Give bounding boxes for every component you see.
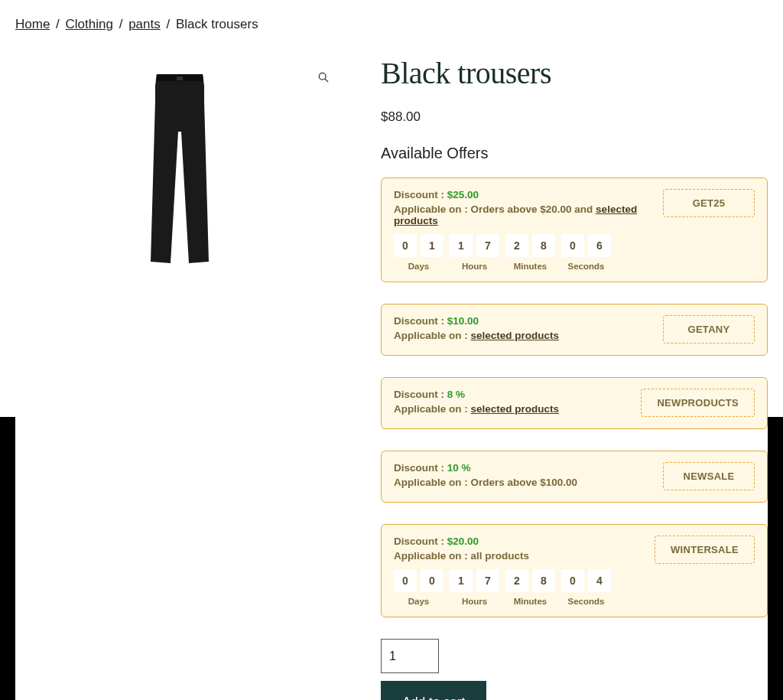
- breadcrumb-pants[interactable]: pants: [128, 17, 161, 31]
- coupon-code-button[interactable]: NEWSALE: [663, 462, 755, 490]
- selected-products-link[interactable]: selected products: [471, 403, 560, 415]
- coupon-code-button[interactable]: NEWPRODUCTS: [641, 389, 755, 417]
- countdown-label: Seconds: [568, 597, 605, 606]
- product-image-container: [15, 47, 344, 700]
- offer-card: Discount : 8 %Applicable on : selected p…: [381, 377, 768, 429]
- trousers-illustration: [134, 70, 226, 269]
- applicable-label: Applicable on :: [394, 203, 471, 215]
- offer-card: Discount : $10.00Applicable on : selecte…: [381, 304, 768, 356]
- discount-value: 8 %: [447, 389, 465, 400]
- applicable-text: Orders above $20.00 and: [471, 203, 596, 215]
- applicable-label: Applicable on :: [394, 330, 471, 341]
- countdown-digit: 0: [561, 569, 584, 592]
- countdown-timer: 00Days17Hours28Minutes04Seconds: [394, 569, 642, 606]
- countdown-label: Seconds: [568, 262, 605, 271]
- breadcrumb-clothing[interactable]: Clothing: [66, 17, 113, 31]
- countdown-digit: 7: [476, 569, 499, 592]
- offer-card: Discount : 10 %Applicable on : Orders ab…: [381, 451, 768, 503]
- applicable-text: Orders above $100.00: [471, 477, 578, 488]
- discount-label: Discount :: [394, 315, 447, 327]
- countdown-timer: 01Days17Hours28Minutes06Seconds: [394, 234, 651, 271]
- discount-label: Discount :: [394, 536, 447, 547]
- countdown-digit: 0: [394, 234, 417, 257]
- discount-value: $10.00: [447, 315, 479, 327]
- applicable-label: Applicable on :: [394, 550, 471, 562]
- countdown-label: Days: [408, 597, 430, 606]
- zoom-icon[interactable]: [312, 66, 335, 89]
- countdown-digit: 7: [476, 234, 499, 257]
- countdown-label: Days: [408, 262, 430, 271]
- applicable-label: Applicable on :: [394, 477, 471, 488]
- coupon-code-button[interactable]: GET25: [663, 189, 755, 217]
- discount-label: Discount :: [394, 389, 447, 400]
- applicable-label: Applicable on :: [394, 403, 471, 415]
- breadcrumb-current: Black trousers: [176, 17, 258, 31]
- offer-card: Discount : $25.00Applicable on : Orders …: [381, 177, 768, 282]
- countdown-label: Minutes: [514, 262, 547, 271]
- countdown-digit: 1: [450, 569, 473, 592]
- offers-heading: Available Offers: [381, 145, 768, 162]
- add-to-cart-button[interactable]: Add to cart: [381, 681, 486, 700]
- countdown-label: Hours: [462, 597, 487, 606]
- countdown-label: Minutes: [514, 597, 547, 606]
- selected-products-link[interactable]: selected products: [471, 330, 560, 341]
- countdown-digit: 1: [450, 234, 473, 257]
- offer-card: Discount : $20.00Applicable on : all pro…: [381, 524, 768, 617]
- product-price: $88.00: [381, 109, 768, 125]
- countdown-digit: 4: [588, 569, 611, 592]
- countdown-digit: 0: [394, 569, 417, 592]
- discount-label: Discount :: [394, 462, 447, 474]
- countdown-digit: 1: [421, 234, 443, 257]
- discount-label: Discount :: [394, 189, 447, 200]
- product-image[interactable]: [15, 47, 344, 292]
- countdown-digit: 6: [588, 234, 611, 257]
- countdown-digit: 8: [532, 569, 555, 592]
- discount-value: $25.00: [447, 189, 479, 200]
- breadcrumb: Home / Clothing / pants / Black trousers: [15, 0, 768, 47]
- countdown-digit: 2: [505, 234, 528, 257]
- svg-rect-0: [177, 77, 183, 80]
- countdown-digit: 8: [532, 234, 555, 257]
- coupon-code-button[interactable]: GETANY: [663, 315, 755, 343]
- quantity-stepper[interactable]: [381, 639, 439, 673]
- countdown-digit: 2: [505, 569, 528, 592]
- countdown-label: Hours: [462, 262, 487, 271]
- product-title: Black trousers: [381, 55, 768, 91]
- svg-point-1: [319, 73, 326, 80]
- breadcrumb-home[interactable]: Home: [15, 17, 50, 31]
- coupon-code-button[interactable]: WINTERSALE: [655, 536, 755, 564]
- discount-value: 10 %: [447, 462, 471, 474]
- svg-line-2: [325, 79, 328, 82]
- countdown-digit: 0: [561, 234, 584, 257]
- applicable-text: all products: [471, 550, 530, 562]
- countdown-digit: 0: [421, 569, 443, 592]
- discount-value: $20.00: [447, 536, 479, 547]
